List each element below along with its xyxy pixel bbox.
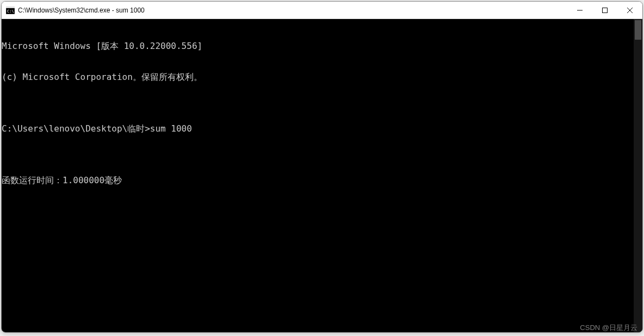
terminal-line: (c) Microsoft Corporation。保留所有权利。 bbox=[2, 72, 634, 82]
window-controls bbox=[567, 2, 642, 18]
close-button[interactable] bbox=[617, 2, 642, 18]
cmd-window: C:\ C:\Windows\System32\cmd.exe - sum 10… bbox=[1, 1, 643, 333]
scrollbar-thumb[interactable] bbox=[635, 20, 641, 40]
svg-rect-1 bbox=[6, 7, 15, 8]
titlebar[interactable]: C:\ C:\Windows\System32\cmd.exe - sum 10… bbox=[2, 2, 642, 19]
cmd-icon: C:\ bbox=[6, 6, 15, 15]
watermark-text: CSDN @日星月云 bbox=[580, 323, 637, 333]
svg-rect-4 bbox=[603, 8, 608, 13]
vertical-scrollbar[interactable] bbox=[634, 19, 642, 332]
svg-text:C:\: C:\ bbox=[7, 9, 14, 14]
window-title: C:\Windows\System32\cmd.exe - sum 1000 bbox=[18, 7, 567, 14]
maximize-button[interactable] bbox=[592, 2, 617, 18]
terminal-output[interactable]: Microsoft Windows [版本 10.0.22000.556] (c… bbox=[2, 19, 634, 332]
terminal-line: 函数运行时间：1.000000毫秒 bbox=[2, 175, 634, 185]
terminal-area: Microsoft Windows [版本 10.0.22000.556] (c… bbox=[2, 19, 642, 332]
minimize-button[interactable] bbox=[567, 2, 592, 18]
terminal-line: C:\Users\lenovo\Desktop\临时>sum 1000 bbox=[2, 123, 634, 134]
terminal-line: Microsoft Windows [版本 10.0.22000.556] bbox=[2, 41, 634, 51]
